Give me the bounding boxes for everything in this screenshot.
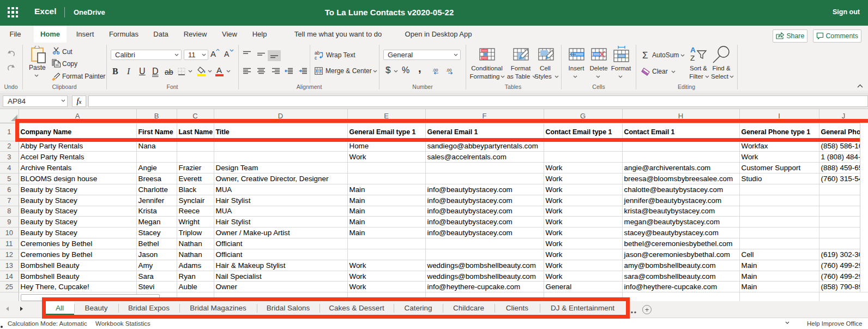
svg-text:.00: .00 — [432, 68, 438, 73]
svg-text:.00: .00 — [446, 68, 451, 73]
